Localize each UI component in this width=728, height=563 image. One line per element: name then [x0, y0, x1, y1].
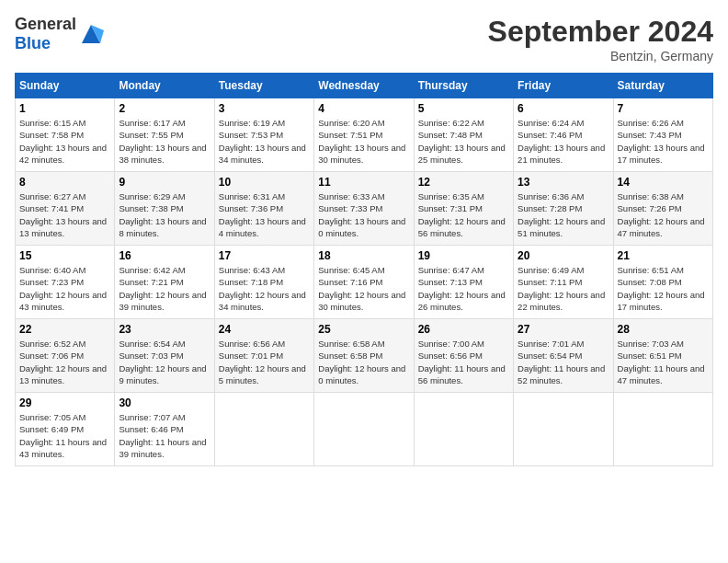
logo-icon [78, 21, 104, 47]
weekday-header: Monday [115, 74, 214, 98]
calendar-day-cell: 3Sunrise: 6:19 AMSunset: 7:53 PMDaylight… [214, 98, 313, 172]
day-info: Sunrise: 6:26 AMSunset: 7:43 PMDaylight:… [618, 117, 709, 166]
month-title: September 2024 [488, 15, 713, 49]
day-info: Sunrise: 7:03 AMSunset: 6:51 PMDaylight:… [618, 338, 709, 386]
day-number: 24 [219, 323, 310, 336]
calendar-week-row: 29Sunrise: 7:05 AMSunset: 6:49 PMDayligh… [16, 393, 713, 466]
day-info: Sunrise: 7:01 AMSunset: 6:54 PMDaylight:… [518, 338, 609, 386]
calendar-day-cell: 12Sunrise: 6:35 AMSunset: 7:31 PMDayligh… [414, 172, 513, 246]
page-header: General Blue September 2024 Bentzin, Ger… [15, 15, 713, 63]
day-number: 21 [618, 249, 709, 262]
day-number: 16 [119, 249, 210, 262]
day-number: 7 [618, 102, 709, 115]
day-number: 20 [518, 249, 609, 262]
day-info: Sunrise: 6:40 AMSunset: 7:23 PMDaylight:… [19, 264, 110, 313]
calendar-day-cell [514, 393, 613, 466]
calendar-day-cell: 20Sunrise: 6:49 AMSunset: 7:11 PMDayligh… [514, 246, 613, 319]
calendar-body: 1Sunrise: 6:15 AMSunset: 7:58 PMDaylight… [16, 98, 713, 466]
day-info: Sunrise: 7:00 AMSunset: 6:56 PMDaylight:… [418, 338, 509, 386]
day-number: 29 [19, 396, 110, 409]
title-block: September 2024 Bentzin, Germany [488, 15, 713, 63]
location: Bentzin, Germany [488, 49, 713, 63]
day-info: Sunrise: 6:42 AMSunset: 7:21 PMDaylight:… [119, 264, 210, 313]
day-info: Sunrise: 6:19 AMSunset: 7:53 PMDaylight:… [219, 117, 310, 166]
day-number: 11 [318, 176, 409, 189]
day-info: Sunrise: 7:05 AMSunset: 6:49 PMDaylight:… [19, 411, 110, 460]
calendar-day-cell [414, 393, 513, 466]
calendar-day-cell: 1Sunrise: 6:15 AMSunset: 7:58 PMDaylight… [16, 98, 115, 172]
day-number: 25 [318, 323, 409, 336]
day-info: Sunrise: 6:22 AMSunset: 7:48 PMDaylight:… [418, 117, 509, 166]
calendar-day-cell: 27Sunrise: 7:01 AMSunset: 6:54 PMDayligh… [514, 319, 613, 393]
day-info: Sunrise: 6:17 AMSunset: 7:55 PMDaylight:… [119, 117, 210, 166]
calendar-day-cell: 2Sunrise: 6:17 AMSunset: 7:55 PMDaylight… [115, 98, 214, 172]
day-info: Sunrise: 6:36 AMSunset: 7:28 PMDaylight:… [518, 190, 609, 239]
day-info: Sunrise: 6:56 AMSunset: 7:01 PMDaylight:… [219, 338, 310, 386]
logo-blue: Blue [15, 34, 51, 52]
day-number: 8 [19, 176, 110, 189]
calendar-day-cell: 16Sunrise: 6:42 AMSunset: 7:21 PMDayligh… [115, 246, 214, 319]
calendar-day-cell: 22Sunrise: 6:52 AMSunset: 7:06 PMDayligh… [16, 319, 115, 393]
calendar-week-row: 22Sunrise: 6:52 AMSunset: 7:06 PMDayligh… [16, 319, 713, 393]
calendar-day-cell: 18Sunrise: 6:45 AMSunset: 7:16 PMDayligh… [314, 246, 414, 319]
day-info: Sunrise: 6:52 AMSunset: 7:06 PMDaylight:… [19, 338, 110, 386]
day-info: Sunrise: 6:51 AMSunset: 7:08 PMDaylight:… [618, 264, 709, 313]
calendar-day-cell: 26Sunrise: 7:00 AMSunset: 6:56 PMDayligh… [414, 319, 513, 393]
calendar-day-cell: 15Sunrise: 6:40 AMSunset: 7:23 PMDayligh… [16, 246, 115, 319]
calendar-day-cell: 13Sunrise: 6:36 AMSunset: 7:28 PMDayligh… [514, 172, 613, 246]
day-info: Sunrise: 6:24 AMSunset: 7:46 PMDaylight:… [518, 117, 609, 166]
weekday-header: Friday [514, 74, 613, 98]
day-number: 13 [518, 176, 609, 189]
calendar-day-cell: 9Sunrise: 6:29 AMSunset: 7:38 PMDaylight… [115, 172, 214, 246]
day-number: 12 [418, 176, 509, 189]
day-number: 27 [518, 323, 609, 336]
day-number: 10 [219, 176, 310, 189]
calendar-day-cell: 29Sunrise: 7:05 AMSunset: 6:49 PMDayligh… [16, 393, 115, 466]
weekday-header: Thursday [414, 74, 513, 98]
day-info: Sunrise: 6:45 AMSunset: 7:16 PMDaylight:… [318, 264, 409, 313]
day-number: 17 [219, 249, 310, 262]
calendar-day-cell: 30Sunrise: 7:07 AMSunset: 6:46 PMDayligh… [115, 393, 214, 466]
day-number: 18 [318, 249, 409, 262]
day-number: 2 [119, 102, 210, 115]
day-number: 9 [119, 176, 210, 189]
day-info: Sunrise: 6:31 AMSunset: 7:36 PMDaylight:… [219, 190, 310, 239]
day-info: Sunrise: 7:07 AMSunset: 6:46 PMDaylight:… [119, 411, 210, 460]
day-number: 15 [19, 249, 110, 262]
day-number: 28 [618, 323, 709, 336]
day-info: Sunrise: 6:15 AMSunset: 7:58 PMDaylight:… [19, 117, 110, 166]
calendar-day-cell: 28Sunrise: 7:03 AMSunset: 6:51 PMDayligh… [613, 319, 712, 393]
calendar-day-cell: 5Sunrise: 6:22 AMSunset: 7:48 PMDaylight… [414, 98, 513, 172]
calendar-day-cell: 25Sunrise: 6:58 AMSunset: 6:58 PMDayligh… [314, 319, 414, 393]
day-number: 30 [119, 396, 210, 409]
calendar-week-row: 15Sunrise: 6:40 AMSunset: 7:23 PMDayligh… [16, 246, 713, 319]
calendar-day-cell [214, 393, 313, 466]
calendar-day-cell: 24Sunrise: 6:56 AMSunset: 7:01 PMDayligh… [214, 319, 313, 393]
logo-text: General Blue [15, 15, 76, 53]
calendar-day-cell: 19Sunrise: 6:47 AMSunset: 7:13 PMDayligh… [414, 246, 513, 319]
calendar-day-cell: 10Sunrise: 6:31 AMSunset: 7:36 PMDayligh… [214, 172, 313, 246]
day-info: Sunrise: 6:47 AMSunset: 7:13 PMDaylight:… [418, 264, 509, 313]
calendar-week-row: 1Sunrise: 6:15 AMSunset: 7:58 PMDaylight… [16, 98, 713, 172]
calendar-day-cell: 11Sunrise: 6:33 AMSunset: 7:33 PMDayligh… [314, 172, 414, 246]
calendar-day-cell [613, 393, 712, 466]
day-info: Sunrise: 6:20 AMSunset: 7:51 PMDaylight:… [318, 117, 409, 166]
day-info: Sunrise: 6:54 AMSunset: 7:03 PMDaylight:… [119, 338, 210, 386]
calendar-day-cell [314, 393, 414, 466]
day-number: 26 [418, 323, 509, 336]
day-number: 1 [19, 102, 110, 115]
day-info: Sunrise: 6:49 AMSunset: 7:11 PMDaylight:… [518, 264, 609, 313]
calendar-day-cell: 4Sunrise: 6:20 AMSunset: 7:51 PMDaylight… [314, 98, 414, 172]
weekday-row: SundayMondayTuesdayWednesdayThursdayFrid… [16, 74, 713, 98]
day-info: Sunrise: 6:33 AMSunset: 7:33 PMDaylight:… [318, 190, 409, 239]
day-number: 22 [19, 323, 110, 336]
calendar-day-cell: 7Sunrise: 6:26 AMSunset: 7:43 PMDaylight… [613, 98, 712, 172]
logo-general: General [15, 15, 76, 33]
day-number: 5 [418, 102, 509, 115]
day-info: Sunrise: 6:38 AMSunset: 7:26 PMDaylight:… [618, 190, 709, 239]
calendar-day-cell: 14Sunrise: 6:38 AMSunset: 7:26 PMDayligh… [613, 172, 712, 246]
calendar-day-cell: 6Sunrise: 6:24 AMSunset: 7:46 PMDaylight… [514, 98, 613, 172]
calendar-header: SundayMondayTuesdayWednesdayThursdayFrid… [16, 74, 713, 98]
day-info: Sunrise: 6:43 AMSunset: 7:18 PMDaylight:… [219, 264, 310, 313]
day-number: 23 [119, 323, 210, 336]
